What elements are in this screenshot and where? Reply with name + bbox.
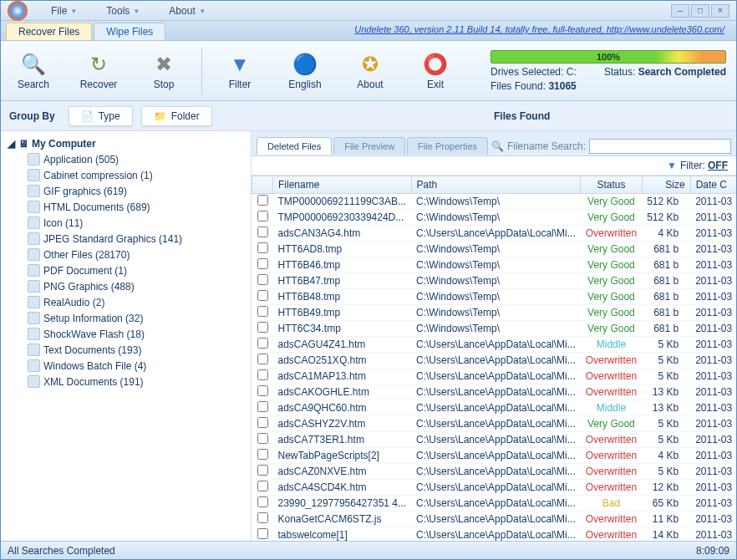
table-row[interactable]: adsCA9QHC60.htmC:\Users\Lance\AppData\Lo… [252, 400, 737, 416]
row-checkbox[interactable] [257, 465, 268, 476]
tree-item[interactable]: Text Documents (193) [4, 342, 247, 358]
row-checkbox[interactable] [257, 227, 268, 237]
file-type-icon [28, 153, 40, 165]
menu-tools[interactable]: Tools▾ [91, 5, 154, 17]
tree-item[interactable]: PDF Document (1) [4, 262, 247, 278]
tab-wipe-files[interactable]: Wipe Files [94, 23, 165, 40]
groupby-folder-button[interactable]: 📁Folder [141, 106, 212, 126]
tab-deleted-files[interactable]: Deleted Files [257, 137, 332, 155]
tree-item[interactable]: Application (505) [4, 151, 247, 167]
table-row[interactable]: HTT6B49.tmpC:\Windows\Temp\Very Good681 … [252, 305, 737, 321]
groupby-type-button[interactable]: 📄Type [69, 106, 133, 126]
table-row[interactable]: HTT6AD8.tmpC:\Windows\Temp\Very Good681 … [252, 242, 737, 257]
tree-item[interactable]: RealAudio (2) [4, 294, 247, 310]
category-tree[interactable]: ◢ 🖥 My Computer Application (505) Cabine… [1, 131, 252, 541]
table-row[interactable]: adsCAN3AG4.htmC:\Users\Lance\AppData\Loc… [252, 226, 737, 242]
col-status[interactable]: Status [581, 176, 642, 194]
row-checkbox[interactable] [257, 306, 268, 317]
row-checkbox[interactable] [257, 290, 268, 301]
table-row[interactable]: adsCA1MAP13.htmC:\Users\Lance\AppData\Lo… [252, 369, 737, 384]
filename-search-input[interactable] [589, 139, 731, 154]
table-row[interactable]: TMP0000069211199C3AB...C:\Windows\Temp\V… [252, 194, 737, 210]
filter-button[interactable]: ▼Filter [211, 44, 269, 98]
col-filename[interactable]: Filename [273, 176, 412, 194]
row-checkbox[interactable] [257, 195, 268, 206]
file-type-icon [28, 216, 40, 229]
tree-item[interactable]: ShockWave Flash (18) [4, 326, 247, 342]
menu-file[interactable]: File▾ [36, 5, 91, 17]
col-path[interactable]: Path [411, 176, 581, 194]
funnel-icon: ▼ [227, 52, 252, 77]
table-row[interactable]: adsCAGU4Z41.htmC:\Users\Lance\AppData\Lo… [252, 337, 737, 353]
table-row[interactable]: HTT6B47.tmpC:\Windows\Temp\Very Good681 … [252, 273, 737, 289]
tree-item[interactable]: PNG Graphics (488) [4, 278, 247, 294]
row-checkbox[interactable] [257, 449, 268, 460]
tree-item[interactable]: Windows Batch File (4) [4, 358, 247, 374]
table-row[interactable]: adsCA4SCD4K.htmC:\Users\Lance\AppData\Lo… [252, 480, 737, 496]
row-checkbox[interactable] [257, 258, 268, 269]
row-checkbox[interactable] [257, 211, 268, 221]
tree-item[interactable]: JPEG Standard Graphics (141) [4, 231, 247, 247]
table-row[interactable]: TMP0000069230339424D...C:\Windows\Temp\V… [252, 210, 737, 226]
menu-about[interactable]: About▾ [154, 5, 219, 17]
row-checkbox[interactable] [257, 528, 268, 539]
tree-item[interactable]: Icon (11) [4, 215, 247, 231]
table-row[interactable]: adsCAZ0NXVE.htmC:\Users\Lance\AppData\Lo… [252, 464, 737, 480]
recover-button[interactable]: ↻Recover [69, 44, 128, 98]
tab-recover-files[interactable]: Recover Files [6, 23, 92, 40]
cell-path: C:\Users\Lance\AppData\Local\Mi... [411, 496, 581, 512]
tree-item[interactable]: XML Documents (191) [4, 374, 247, 389]
tree-item[interactable]: HTML Documents (689) [4, 199, 247, 215]
tree-item[interactable]: GIF graphics (619) [4, 183, 247, 199]
table-row[interactable]: adsCAKOGHLE.htmC:\Users\Lance\AppData\Lo… [252, 384, 737, 400]
tree-root[interactable]: ◢ 🖥 My Computer [4, 136, 247, 151]
row-checkbox[interactable] [257, 242, 268, 253]
funnel-icon[interactable]: ▼ [667, 160, 677, 171]
stop-button[interactable]: ✖Stop [135, 44, 193, 98]
col-size[interactable]: Size [642, 176, 690, 194]
table-row[interactable]: HTT6B46.tmpC:\Windows\Temp\Very Good681 … [252, 257, 737, 273]
row-checkbox[interactable] [257, 354, 268, 364]
cell-path: C:\Users\Lance\AppData\Local\Mi... [411, 432, 581, 448]
window-close-button[interactable]: × [711, 4, 729, 18]
table-row[interactable]: NewTabPageScripts[2]C:\Users\Lance\AppDa… [252, 448, 737, 464]
row-checkbox[interactable] [257, 322, 268, 333]
expand-icon[interactable]: ◢ [8, 138, 15, 150]
tree-item[interactable]: Cabinet compression (1) [4, 167, 247, 183]
filter-toggle[interactable]: OFF [708, 160, 728, 171]
col-date[interactable]: Date C [690, 176, 736, 194]
row-checkbox[interactable] [257, 385, 268, 396]
cell-status: Very Good [581, 194, 642, 210]
window-maximize-button[interactable]: □ [691, 4, 709, 18]
table-row[interactable]: adsCAO251XQ.htmC:\Users\Lance\AppData\Lo… [252, 353, 737, 369]
row-checkbox[interactable] [257, 369, 268, 380]
table-row[interactable]: KonaGetCACM6STZ.jsC:\Users\Lance\AppData… [252, 512, 737, 527]
row-checkbox[interactable] [257, 496, 268, 507]
language-button[interactable]: 🔵English [276, 44, 334, 98]
table-row[interactable]: HTT6C34.tmpC:\Windows\Temp\Very Good681 … [252, 321, 737, 337]
table-row[interactable]: tabswelcome[1]C:\Users\Lance\AppData\Loc… [252, 527, 737, 542]
search-button[interactable]: 🔍Search [4, 44, 63, 98]
tab-file-properties[interactable]: File Properties [407, 137, 488, 155]
window-minimize-button[interactable]: – [671, 4, 689, 18]
table-row[interactable]: adsCASHYZ2V.htmC:\Users\Lance\AppData\Lo… [252, 416, 737, 432]
tree-item[interactable]: Setup Information (32) [4, 310, 247, 326]
row-checkbox[interactable] [257, 401, 268, 412]
tab-file-preview[interactable]: File Preview [333, 137, 405, 155]
table-row[interactable]: adsCA7T3ER1.htmC:\Users\Lance\AppData\Lo… [252, 432, 737, 448]
table-row[interactable]: 23990_12977956427351 4...C:\Users\Lance\… [252, 496, 737, 512]
banner-link[interactable]: Undelete 360, version 2.11 Build 14, tot… [354, 24, 724, 34]
row-checkbox[interactable] [257, 433, 268, 444]
row-checkbox[interactable] [257, 481, 268, 491]
file-grid[interactable]: Filename Path Status Size Date C TMP0000… [252, 175, 736, 541]
row-checkbox[interactable] [257, 512, 268, 523]
exit-button[interactable]: ⭕Exit [406, 44, 465, 98]
col-check[interactable] [252, 176, 273, 194]
table-row[interactable]: HTT6B48.tmpC:\Windows\Temp\Very Good681 … [252, 289, 737, 305]
row-checkbox[interactable] [257, 274, 268, 285]
row-checkbox[interactable] [257, 338, 268, 349]
cell-date: 2011-03 [690, 416, 736, 432]
about-button[interactable]: ✪About [341, 44, 399, 98]
row-checkbox[interactable] [257, 417, 268, 428]
tree-item[interactable]: Other Files (28170) [4, 247, 247, 262]
